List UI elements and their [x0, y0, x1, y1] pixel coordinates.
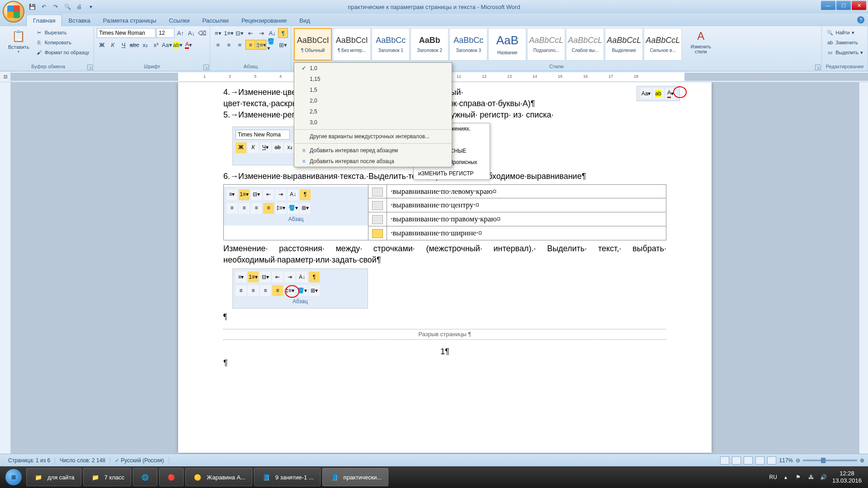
taskbar-item[interactable]: 🟡Жаравина А...: [185, 468, 252, 486]
font-size-input[interactable]: [156, 28, 175, 38]
status-words[interactable]: Число слов: 2 148: [55, 457, 110, 464]
change-case-button[interactable]: Aa▾: [162, 40, 172, 50]
office-button[interactable]: [3, 1, 24, 23]
strike-button[interactable]: abc: [129, 40, 139, 50]
font-color-button[interactable]: A▾: [184, 40, 193, 50]
subscript-button[interactable]: x₂: [140, 40, 150, 50]
align-right-button[interactable]: ≡: [235, 40, 245, 50]
font-name-input[interactable]: [97, 28, 156, 38]
cut-button[interactable]: ✂Вырезать: [34, 28, 91, 37]
find-button[interactable]: 🔍Найти▾: [825, 28, 856, 37]
maximize-button[interactable]: ☐: [836, 1, 851, 10]
spacing-option[interactable]: 1,5: [294, 84, 452, 95]
zoom-in-button[interactable]: ⊕: [860, 457, 864, 464]
zoom-value[interactable]: 117%: [779, 457, 793, 464]
view-outline[interactable]: [755, 456, 764, 465]
close-button[interactable]: ✕: [852, 1, 866, 10]
style-item[interactable]: AaBbCcLПодзаголо...: [527, 28, 565, 61]
spacing-option[interactable]: 1,15: [294, 74, 452, 84]
help-icon[interactable]: ?: [857, 16, 864, 23]
undo-icon[interactable]: ↶: [39, 2, 49, 12]
minimize-button[interactable]: —: [821, 1, 835, 10]
spacing-option[interactable]: 3,0: [294, 117, 452, 128]
align-center-button[interactable]: ≡: [224, 40, 234, 50]
style-gallery[interactable]: AaBbCcI¶ ОбычныйAaBbCcI¶ Без интер...AaB…: [294, 28, 682, 61]
taskbar-item[interactable]: 🌐: [133, 468, 157, 486]
style-item[interactable]: AaBbCcLСильное в...: [644, 28, 682, 61]
increase-indent-button[interactable]: ⇥: [256, 28, 266, 38]
start-button[interactable]: ⊞: [3, 468, 24, 486]
select-button[interactable]: ▭Выделить▾: [825, 48, 865, 57]
tab-review[interactable]: Рецензирование: [235, 15, 293, 26]
decrease-indent-button[interactable]: ⇤: [245, 28, 255, 38]
style-item[interactable]: AaBНазвание: [488, 28, 526, 61]
taskbar-item[interactable]: 📘9 занятие-1 ...: [254, 468, 321, 486]
taskbar-item[interactable]: 🔴: [159, 468, 184, 486]
multilevel-button[interactable]: ⊟▾: [235, 28, 245, 38]
tab-home[interactable]: Главная: [26, 14, 62, 26]
format-painter-button[interactable]: 🖌Формат по образцу: [34, 48, 91, 57]
tab-references[interactable]: Ссылки: [163, 15, 196, 26]
sort-button[interactable]: A↓: [267, 28, 277, 38]
spacing-option[interactable]: 2,0: [294, 95, 452, 106]
italic-button[interactable]: К: [108, 40, 118, 50]
replace-button[interactable]: abЗаменить: [825, 38, 859, 47]
view-draft[interactable]: [767, 456, 776, 465]
tray-clock[interactable]: 12:28 13.03.2016: [832, 470, 862, 484]
shrink-font-button[interactable]: A↓: [186, 28, 196, 38]
styles-dialog-launcher[interactable]: ↘: [815, 65, 821, 70]
tab-mailings[interactable]: Рассылки: [196, 15, 235, 26]
clipboard-dialog-launcher[interactable]: ↘: [87, 65, 93, 70]
status-lang[interactable]: ✓ Русский (Россия): [110, 457, 169, 464]
style-item[interactable]: AaBbЗаголовок 2: [410, 28, 448, 61]
borders-button[interactable]: ⊞▾: [278, 40, 288, 50]
paste-button[interactable]: 📋 Вставить ▾: [5, 28, 32, 55]
style-item[interactable]: AaBbCcLВыделение: [605, 28, 643, 61]
view-web[interactable]: [744, 456, 753, 465]
spacing-after[interactable]: ≡Добавить интервал после абзаца: [294, 156, 452, 167]
preview-icon[interactable]: 🔍: [62, 2, 72, 12]
status-page[interactable]: Страница: 1 из 6: [4, 457, 55, 464]
underline-button[interactable]: Ч: [118, 40, 128, 50]
bold-button[interactable]: Ж: [97, 40, 107, 50]
align-left-button[interactable]: ≡: [213, 40, 223, 50]
tab-view[interactable]: Вид: [293, 15, 316, 26]
view-print-layout[interactable]: [720, 456, 729, 465]
style-item[interactable]: AaBbCcЗаголовок 3: [449, 28, 487, 61]
taskbar-item[interactable]: 📁7 класс: [83, 468, 132, 486]
tray-show-hidden-icon[interactable]: ▴: [782, 473, 790, 481]
spacing-other[interactable]: Другие варианты междустрочных интервалов…: [294, 131, 452, 142]
redo-icon[interactable]: ↷: [51, 2, 61, 12]
spacing-option[interactable]: ✓1,0: [294, 63, 452, 74]
ruler-corner[interactable]: ⊡: [0, 71, 11, 82]
style-item[interactable]: AaBbCcLСлабое вы...: [566, 28, 604, 61]
tab-page-layout[interactable]: Разметка страницы: [97, 15, 163, 26]
vertical-ruler[interactable]: [0, 82, 11, 471]
font-dialog-launcher[interactable]: ↘: [203, 65, 209, 70]
clear-formatting-button[interactable]: ⌫: [197, 28, 207, 38]
change-styles-button[interactable]: A Изменить стили: [684, 28, 717, 55]
copy-button[interactable]: ⎘Копировать: [34, 38, 91, 47]
zoom-out-button[interactable]: ⊖: [796, 457, 800, 464]
superscript-button[interactable]: x²: [151, 40, 161, 50]
numbering-button[interactable]: 1≡▾: [224, 28, 234, 38]
grow-font-button[interactable]: A↑: [175, 28, 185, 38]
spacing-option[interactable]: 2,5: [294, 106, 452, 117]
view-full-screen[interactable]: [732, 456, 741, 465]
vertical-scrollbar[interactable]: [859, 82, 868, 471]
show-marks-button[interactable]: ¶: [278, 28, 288, 38]
highlight-button[interactable]: ab▾: [173, 40, 183, 50]
align-justify-button[interactable]: ≡: [245, 40, 255, 50]
save-icon[interactable]: 💾: [27, 2, 37, 12]
taskbar-item[interactable]: 📘практически...: [322, 468, 389, 486]
bullets-button[interactable]: ≡▾: [213, 28, 223, 38]
style-item[interactable]: AaBbCcI¶ Обычный: [294, 28, 332, 61]
tray-lang[interactable]: RU: [769, 474, 777, 480]
tab-insert[interactable]: Вставка: [62, 15, 96, 26]
zoom-slider[interactable]: [803, 460, 857, 461]
spacing-before[interactable]: ≡Добавить интервал перед абзацем: [294, 145, 452, 156]
style-item[interactable]: AaBbCcI¶ Без интер...: [333, 28, 371, 61]
tray-action-icon[interactable]: ⚑: [794, 473, 802, 481]
style-item[interactable]: AaBbCcЗаголовок 1: [372, 28, 410, 61]
tray-network-icon[interactable]: 🖧: [807, 473, 815, 481]
